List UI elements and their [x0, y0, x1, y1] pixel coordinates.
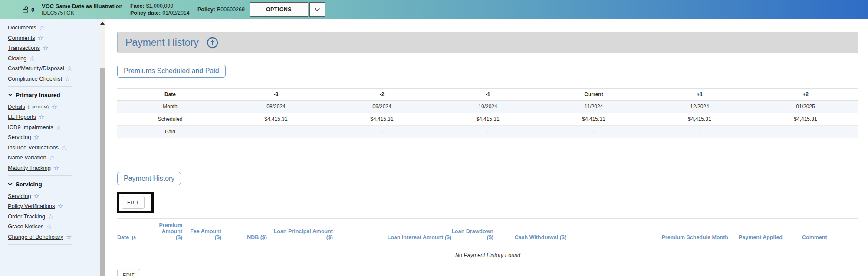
column-header: -1 — [435, 89, 541, 101]
sidebar-link[interactable]: Insured Verifications — [8, 144, 59, 151]
star-icon[interactable]: ☆ — [39, 114, 44, 120]
sidebar-divider — [8, 86, 72, 87]
sidebar-link[interactable]: Order Tracking — [8, 213, 45, 220]
column-header[interactable]: Cash Withdrawal ($) — [493, 219, 566, 245]
sidebar-link[interactable]: Change of Beneficiary — [8, 234, 63, 240]
section-title: Primary insured — [16, 92, 60, 98]
empty-table-message: No Payment History Found — [117, 245, 858, 263]
sidebar-item-compliance-checklist[interactable]: Compliance Checklist☆ — [8, 75, 105, 82]
sidebar-item-transactions[interactable]: Transactions☆ — [8, 45, 105, 51]
sidebar-section-servicing[interactable]: Servicing — [8, 181, 105, 188]
policy-id: IDLC575TGK — [42, 10, 122, 16]
sidebar-item-documents[interactable]: Documents☆ — [8, 24, 105, 31]
sidebar-item-name-variation[interactable]: Name Variation☆ — [8, 154, 105, 161]
sidebar-item-cost-maturity-disposal[interactable]: Cost/Maturity/Disposal☆ — [8, 65, 105, 71]
options-button[interactable]: OPTIONS — [250, 2, 308, 17]
sidebar-divider — [8, 244, 72, 245]
edit-button-highlight-box: EDIT — [117, 192, 154, 213]
star-icon[interactable]: ☆ — [46, 224, 52, 229]
sidebar-item-policy-verifications[interactable]: Policy Verifications☆ — [8, 203, 105, 209]
sidebar-link[interactable]: Cost/Maturity/Disposal — [8, 65, 64, 71]
sidebar-item-servicing-insured[interactable]: Servicing☆ — [8, 134, 105, 140]
sidebar-item-icd9-impairments[interactable]: ICD9 Impairments☆ — [8, 124, 105, 130]
column-header[interactable]: Fee Amount ($) — [182, 219, 221, 245]
star-icon[interactable]: ☆ — [39, 25, 45, 30]
column-header-date[interactable]: Date — [117, 219, 156, 245]
star-icon[interactable]: ☆ — [48, 214, 53, 219]
sidebar-item-insured-verifications[interactable]: Insured Verifications☆ — [8, 144, 105, 151]
sidebar-link[interactable]: Comments — [8, 35, 35, 41]
sidebar-link[interactable]: Name Variation — [8, 154, 46, 161]
policy-value: B00600269 — [217, 6, 245, 13]
table-row-month: Month 08/2024 09/2024 10/2024 11/2024 12… — [117, 101, 858, 113]
app-window: 0 VOC Same Date as Illustration IDLC575T… — [0, 0, 868, 276]
sidebar-item-maturity-tracking[interactable]: Maturity Tracking☆ — [8, 165, 105, 171]
star-icon[interactable]: ☆ — [49, 155, 55, 160]
sidebar-link[interactable]: Details — [8, 104, 25, 110]
sidebar-scrollbar[interactable] — [99, 19, 105, 276]
policy-number-block: Policy:B00600269 — [197, 0, 245, 19]
column-header[interactable]: Payment Applied — [728, 219, 783, 245]
star-icon[interactable]: ☆ — [53, 165, 59, 171]
options-dropdown-button[interactable] — [309, 2, 325, 17]
column-header[interactable]: Comment — [783, 219, 858, 245]
star-icon[interactable]: ☆ — [38, 35, 43, 41]
sidebar-link[interactable]: Grace Notices — [8, 223, 43, 230]
star-icon[interactable]: ☆ — [61, 145, 67, 150]
sidebar-link[interactable]: Closing — [8, 55, 26, 62]
sidebar-item-comments[interactable]: Comments☆ — [8, 35, 105, 41]
policy-date-label: Policy date: — [130, 10, 161, 16]
sidebar-item-details[interactable]: Details(FJ8910M)☆ — [8, 104, 105, 110]
scrollbar-up-arrow-icon[interactable] — [100, 22, 105, 25]
sidebar-item-closing[interactable]: Closing☆ — [8, 55, 105, 62]
premiums-scheduled-chip[interactable]: Premiums Scheduled and Paid — [117, 65, 226, 78]
column-header[interactable]: Loan Drawdown ($) — [451, 219, 493, 245]
edit-button-top[interactable]: EDIT — [122, 196, 145, 209]
star-icon[interactable]: ☆ — [33, 134, 39, 140]
column-header[interactable]: Loan Interest Amount ($) — [333, 219, 451, 245]
star-icon[interactable]: ☆ — [67, 65, 72, 71]
star-icon[interactable]: ☆ — [65, 76, 70, 81]
cell: $4,415.31 — [541, 113, 647, 126]
star-icon[interactable]: ☆ — [51, 104, 57, 110]
sidebar-link[interactable]: Maturity Tracking — [8, 165, 51, 171]
row-label: Scheduled — [117, 113, 223, 126]
column-header[interactable]: NDB ($) — [221, 219, 267, 245]
cell: 08/2024 — [223, 101, 329, 113]
payment-history-chip[interactable]: Payment History — [117, 172, 181, 185]
upload-icon[interactable] — [207, 37, 218, 49]
sidebar-link[interactable]: Documents — [8, 24, 36, 31]
sidebar-item-grace-notices[interactable]: Grace Notices☆ — [8, 223, 105, 230]
column-header[interactable]: Premium Schedule Month — [566, 219, 728, 245]
sidebar-item-change-of-beneficiary[interactable]: Change of Beneficiary☆ — [8, 234, 105, 240]
scrollbar-thumb[interactable] — [100, 68, 105, 276]
sidebar-item-le-reports[interactable]: LE Reports☆ — [8, 114, 105, 120]
sort-icon — [131, 235, 136, 240]
sidebar-item-order-tracking[interactable]: Order Tracking☆ — [8, 213, 105, 220]
lock-count: 0 — [31, 6, 34, 13]
cell: 09/2024 — [329, 101, 435, 113]
sidebar-link[interactable]: ICD9 Impairments — [8, 124, 53, 130]
policy-title-block: VOC Same Date as Illustration IDLC575TGK — [42, 0, 122, 19]
sidebar-link[interactable]: LE Reports — [8, 114, 36, 120]
sidebar-link[interactable]: Compliance Checklist — [8, 75, 62, 82]
sidebar-link[interactable]: Transactions — [8, 45, 40, 51]
star-icon[interactable]: ☆ — [33, 193, 39, 199]
payment-history-table: Date Pr — [117, 218, 858, 245]
chevron-down-icon — [8, 182, 13, 186]
sidebar-link[interactable]: Servicing — [8, 134, 31, 140]
cell: 12/2024 — [647, 101, 753, 113]
star-icon[interactable]: ☆ — [56, 124, 62, 130]
sidebar-link[interactable]: Policy Verifications — [8, 203, 55, 209]
face-value: $1,000,000 — [146, 3, 174, 9]
sidebar-item-servicing[interactable]: Servicing☆ — [8, 193, 105, 199]
sidebar-link[interactable]: Servicing — [8, 193, 31, 199]
star-icon[interactable]: ☆ — [43, 45, 48, 51]
star-icon[interactable]: ☆ — [57, 203, 63, 209]
star-icon[interactable]: ☆ — [29, 55, 35, 61]
column-header[interactable]: Loan Principal Amount ($) — [267, 219, 333, 245]
edit-button-bottom[interactable]: EDIT — [117, 269, 140, 276]
sidebar-section-primary-insured[interactable]: Primary insured — [8, 92, 105, 98]
column-header[interactable]: Premium Amount ($) — [156, 219, 182, 245]
star-icon[interactable]: ☆ — [66, 234, 72, 240]
